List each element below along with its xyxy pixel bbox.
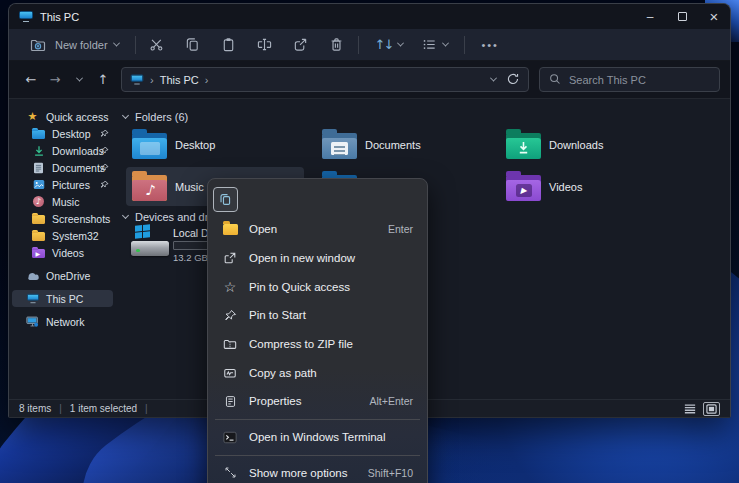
new-window-icon — [222, 251, 238, 265]
minimize-icon: – — [647, 10, 654, 24]
menu-item-open-new-window[interactable]: Open in new window — [213, 244, 422, 273]
sidebar-item-this-pc[interactable]: This PC — [12, 290, 113, 307]
view-button[interactable] — [415, 30, 454, 60]
collapse-chevron-icon — [122, 112, 129, 119]
toolbar-divider — [358, 36, 359, 54]
toolbar-divider — [135, 36, 136, 54]
details-view-button[interactable] — [681, 402, 698, 416]
sidebar-item-music[interactable]: ♪ Music — [9, 193, 116, 210]
document-icon — [31, 162, 46, 174]
cloud-icon — [25, 271, 40, 281]
more-options-button[interactable]: ••• — [475, 35, 505, 55]
documents-folder-icon — [322, 133, 357, 159]
sidebar-item-label: Downloads — [52, 145, 104, 157]
breadcrumb-this-pc[interactable]: This PC — [160, 74, 199, 86]
menu-item-label: Show more options — [249, 467, 347, 479]
folder-name: Documents — [365, 139, 421, 151]
sidebar-item-quick-access[interactable]: ★ Quick access — [9, 108, 116, 125]
copy-quick-button[interactable] — [213, 187, 238, 212]
folder-name: Downloads — [549, 139, 603, 151]
back-button[interactable]: ← — [19, 68, 43, 92]
sort-button[interactable]: ↑↓ — [369, 33, 410, 56]
chevron-down-icon — [75, 75, 82, 82]
close-button[interactable]: × — [698, 4, 730, 29]
sidebar-item-screenshots[interactable]: Screenshots — [9, 210, 116, 227]
menu-item-properties[interactable]: Properties Alt+Enter — [213, 387, 422, 416]
menu-item-label: Open in Windows Terminal — [249, 431, 386, 443]
folder-tile-documents[interactable]: Documents — [316, 125, 494, 164]
context-menu: Open Enter Open in new window ☆ Pin to Q… — [207, 178, 428, 483]
sidebar-item-documents[interactable]: Documents — [9, 159, 116, 176]
menu-item-copy-as-path[interactable]: Copy as path — [213, 358, 422, 387]
pin-icon — [100, 128, 109, 140]
copy-button[interactable] — [182, 34, 204, 56]
command-toolbar: New folder — [9, 29, 730, 61]
this-pc-icon — [19, 11, 33, 22]
menu-item-label: Compress to ZIP file — [249, 338, 353, 350]
menu-item-show-more-options[interactable]: Show more options Shift+F10 — [213, 459, 422, 483]
menu-separator — [215, 419, 420, 420]
desktop-folder-icon — [32, 130, 45, 139]
folder-tile-desktop[interactable]: Desktop — [126, 125, 304, 164]
downloads-folder-icon — [506, 133, 541, 159]
sidebar-item-onedrive[interactable]: OneDrive — [9, 267, 116, 284]
star-outline-icon: ☆ — [224, 280, 237, 294]
search-icon — [549, 73, 561, 87]
sidebar-item-label: Network — [46, 316, 85, 328]
sidebar-item-desktop[interactable]: Desktop — [9, 125, 116, 142]
sidebar-item-downloads[interactable]: Downloads — [9, 142, 116, 159]
selection-count: 1 item selected — [70, 403, 137, 414]
sidebar-item-label: Pictures — [52, 179, 90, 191]
folder-tile-downloads[interactable]: Downloads — [500, 125, 678, 164]
menu-item-compress-zip[interactable]: Compress to ZIP file — [213, 330, 422, 359]
sidebar-item-videos[interactable]: ▶ Videos — [9, 244, 116, 261]
delete-button[interactable] — [326, 34, 348, 56]
address-bar[interactable]: › This PC › — [121, 67, 529, 92]
close-icon: × — [710, 8, 719, 25]
music-folder-icon: ♪ — [132, 175, 167, 201]
folder-tile-videos[interactable]: ▶ Videos — [500, 167, 678, 206]
menu-item-open-windows-terminal[interactable]: Open in Windows Terminal — [213, 423, 422, 452]
sidebar-item-pictures[interactable]: Pictures — [9, 176, 116, 193]
search-box[interactable] — [539, 67, 720, 92]
rename-button[interactable] — [254, 34, 276, 56]
sidebar-item-label: Videos — [52, 247, 84, 259]
menu-item-open[interactable]: Open Enter — [213, 215, 422, 244]
videos-folder-icon: ▶ — [32, 249, 45, 258]
menu-item-label: Copy as path — [249, 367, 317, 379]
navigation-pane: ★ Quick access Desktop Downloads Documen… — [9, 99, 116, 399]
star-icon: ★ — [28, 110, 38, 123]
cut-button[interactable] — [146, 34, 168, 56]
menu-item-label: Properties — [249, 395, 301, 407]
navigation-bar: ← → ↑ › This PC › — [9, 61, 730, 99]
sort-icon: ↑↓ — [375, 37, 393, 52]
menu-item-pin-start[interactable]: Pin to Start — [213, 301, 422, 330]
new-folder-icon — [27, 34, 49, 56]
hard-drive-icon — [129, 225, 173, 263]
refresh-button[interactable] — [506, 72, 520, 88]
folders-section-header[interactable]: Folders (6) — [123, 111, 188, 123]
recent-locations-button[interactable] — [67, 68, 91, 92]
open-folder-icon — [223, 224, 238, 235]
chevron-down-icon — [113, 40, 120, 47]
paste-button[interactable] — [218, 34, 240, 56]
more-options-icon: ••• — [481, 39, 499, 51]
address-dropdown-icon[interactable] — [490, 75, 497, 82]
menu-item-pin-quick-access[interactable]: ☆ Pin to Quick access — [213, 272, 422, 301]
minimize-button[interactable]: – — [634, 4, 666, 29]
sidebar-item-system32[interactable]: System32 — [9, 227, 116, 244]
music-icon: ♪ — [33, 196, 44, 207]
sidebar-item-network[interactable]: Network — [9, 313, 116, 330]
menu-item-shortcut: Shift+F10 — [368, 467, 413, 479]
breadcrumb-separator: › — [205, 74, 209, 86]
maximize-button[interactable] — [666, 4, 698, 29]
expand-icon — [222, 466, 238, 479]
up-button[interactable]: ↑ — [91, 68, 115, 92]
large-icons-view-button[interactable] — [703, 402, 720, 416]
forward-button[interactable]: → — [43, 68, 67, 92]
sidebar-item-label: Music — [52, 196, 79, 208]
properties-icon — [222, 395, 238, 408]
new-folder-button[interactable]: New folder — [21, 30, 125, 60]
share-button[interactable] — [290, 34, 312, 56]
search-input[interactable] — [569, 74, 710, 86]
